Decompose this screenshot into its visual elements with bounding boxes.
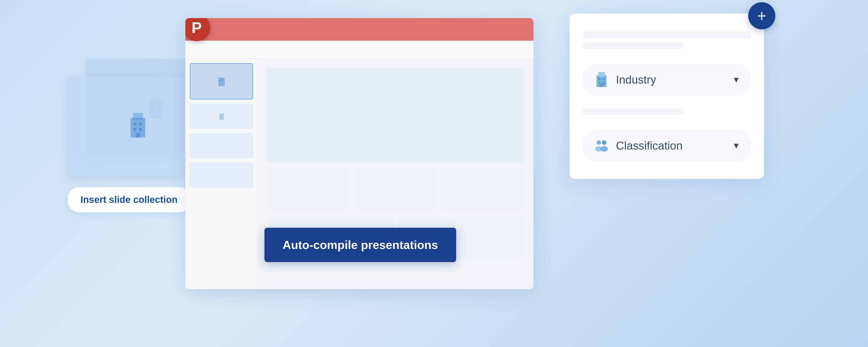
svg-rect-15 bbox=[219, 80, 221, 81]
scene: Insert slide collection P bbox=[0, 0, 868, 347]
add-filter-button[interactable]: + bbox=[748, 2, 775, 29]
thumbnail-1[interactable] bbox=[190, 63, 253, 99]
svg-point-28 bbox=[600, 146, 608, 152]
building-icon-front bbox=[128, 113, 148, 140]
svg-rect-8 bbox=[133, 113, 143, 120]
svg-point-25 bbox=[596, 140, 601, 145]
ppt-thumbnails bbox=[185, 59, 258, 289]
slide-cell-1 bbox=[267, 169, 349, 210]
ppt-titlebar: P bbox=[185, 18, 533, 41]
svg-rect-19 bbox=[598, 72, 604, 77]
filter-line-1 bbox=[583, 32, 750, 38]
building-icon bbox=[593, 72, 610, 88]
slide-cell-3 bbox=[442, 169, 524, 210]
svg-rect-11 bbox=[133, 128, 136, 131]
svg-rect-9 bbox=[133, 122, 136, 126]
middle-placeholder-lines bbox=[583, 108, 750, 115]
slide-cell-2 bbox=[354, 169, 437, 210]
powerpoint-window: P bbox=[185, 18, 533, 289]
industry-dropdown[interactable]: Industry ▼ bbox=[583, 65, 750, 95]
slide-main-placeholder bbox=[267, 68, 524, 163]
svg-rect-16 bbox=[222, 80, 223, 81]
svg-rect-21 bbox=[602, 77, 604, 80]
top-placeholder-lines bbox=[583, 32, 750, 49]
thumb-building-icon-1 bbox=[217, 75, 226, 87]
classification-chevron-icon: ▼ bbox=[732, 141, 740, 151]
svg-rect-20 bbox=[598, 77, 600, 80]
svg-rect-14 bbox=[218, 77, 224, 86]
people-icon bbox=[593, 137, 610, 154]
filter-line-3 bbox=[583, 108, 684, 115]
filter-panel: + Industry ▼ bbox=[569, 13, 764, 179]
svg-rect-17 bbox=[219, 114, 224, 120]
svg-rect-12 bbox=[139, 128, 142, 131]
svg-rect-13 bbox=[135, 133, 141, 137]
slide-row-1 bbox=[267, 169, 524, 210]
auto-compile-button[interactable]: Auto-compile presentations bbox=[265, 228, 456, 262]
ppt-ribbon bbox=[185, 41, 533, 59]
industry-label: Industry bbox=[616, 73, 726, 86]
classification-dropdown[interactable]: Classification ▼ bbox=[583, 131, 750, 161]
insert-slide-collection-button[interactable]: Insert slide collection bbox=[68, 187, 190, 212]
powerpoint-icon: P bbox=[185, 18, 210, 41]
classification-label: Classification bbox=[616, 139, 726, 152]
thumbnail-4[interactable] bbox=[190, 163, 253, 188]
thumbnail-3[interactable] bbox=[190, 133, 253, 158]
filter-line-2 bbox=[583, 42, 684, 49]
thumbnail-2[interactable] bbox=[190, 104, 253, 129]
svg-rect-10 bbox=[139, 122, 142, 126]
industry-chevron-icon: ▼ bbox=[732, 75, 740, 85]
svg-point-27 bbox=[602, 140, 607, 145]
svg-rect-24 bbox=[600, 84, 603, 87]
thumb-building-icon-2 bbox=[218, 112, 225, 120]
